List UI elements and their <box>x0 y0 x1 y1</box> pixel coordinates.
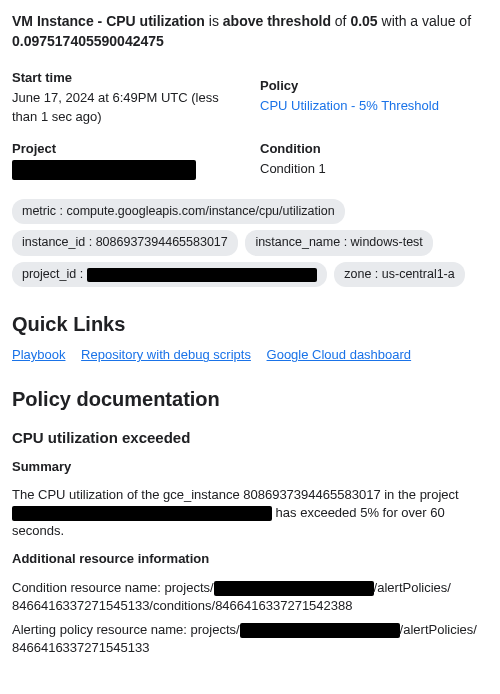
summary-project-redacted <box>12 506 272 521</box>
chip-project-id: project_id : <box>12 262 327 288</box>
start-time-cell: Start time June 17, 2024 at 6:49PM UTC (… <box>12 69 240 126</box>
project-redacted <box>12 160 196 180</box>
label-chips: metric : compute.googleapis.com/instance… <box>12 196 488 291</box>
playbook-link[interactable]: Playbook <box>12 347 65 362</box>
start-time-label: Start time <box>12 69 240 87</box>
chip-instance-name: instance_name : windows-test <box>245 230 432 256</box>
chip-zone: zone : us-central1-a <box>334 262 464 288</box>
repo-link[interactable]: Repository with debug scripts <box>81 347 251 362</box>
project-cell: Project <box>12 140 240 180</box>
chip-instance-id: instance_id : 8086937394465583017 <box>12 230 238 256</box>
condition-label: Condition <box>260 140 488 158</box>
start-time-value: June 17, 2024 at 6:49PM UTC (less than 1… <box>12 89 240 125</box>
info-grid: Start time June 17, 2024 at 6:49PM UTC (… <box>12 69 488 180</box>
policy-doc-heading: Policy documentation <box>12 385 488 413</box>
quick-links: Playbook Repository with debug scripts G… <box>12 346 488 364</box>
pol-project-redacted <box>240 623 400 638</box>
alert-headline: VM Instance - CPU utilization is above t… <box>12 12 488 51</box>
policy-link[interactable]: CPU Utilization - 5% Threshold <box>260 98 439 113</box>
condition-resource-line: Condition resource name: projects//alert… <box>12 579 488 615</box>
quick-links-heading: Quick Links <box>12 310 488 338</box>
condition-cell: Condition Condition 1 <box>260 140 488 180</box>
chip-project-redacted <box>87 268 317 282</box>
condition-value: Condition 1 <box>260 160 488 178</box>
addl-info-heading: Additional resource information <box>12 550 488 568</box>
cond-project-redacted <box>214 581 374 596</box>
headline-metric: VM Instance - CPU utilization <box>12 13 205 29</box>
policy-doc-subheading: CPU utilization exceeded <box>12 427 488 448</box>
dashboard-link[interactable]: Google Cloud dashboard <box>267 347 412 362</box>
summary-heading: Summary <box>12 458 488 476</box>
policy-resource-line: Alerting policy resource name: projects/… <box>12 621 488 657</box>
policy-cell: Policy CPU Utilization - 5% Threshold <box>260 69 488 126</box>
chip-metric: metric : compute.googleapis.com/instance… <box>12 199 345 225</box>
policy-label: Policy <box>260 77 488 95</box>
summary-text: The CPU utilization of the gce_instance … <box>12 486 488 541</box>
project-label: Project <box>12 140 240 158</box>
